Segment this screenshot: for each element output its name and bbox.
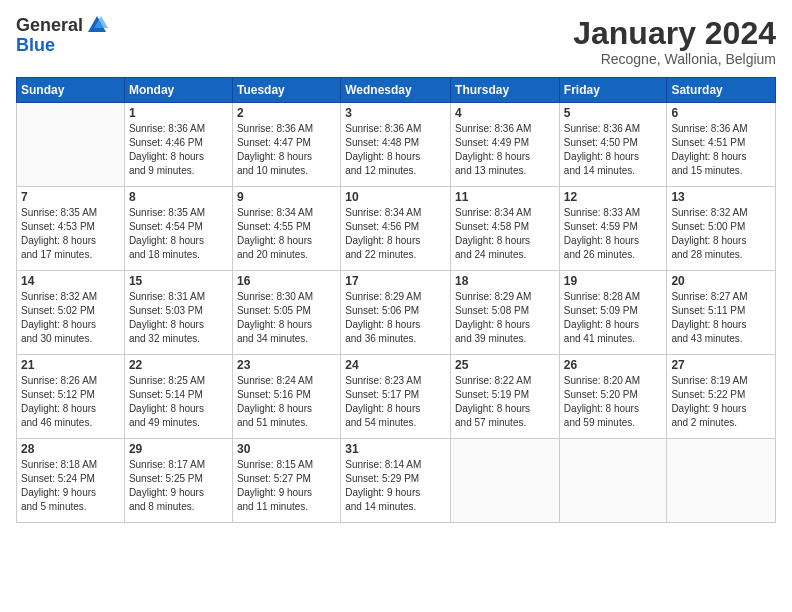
subtitle: Recogne, Wallonia, Belgium <box>573 51 776 67</box>
calendar-cell: 3Sunrise: 8:36 AM Sunset: 4:48 PM Daylig… <box>341 103 451 187</box>
calendar-cell: 8Sunrise: 8:35 AM Sunset: 4:54 PM Daylig… <box>124 187 232 271</box>
day-info: Sunrise: 8:36 AM Sunset: 4:48 PM Dayligh… <box>345 122 446 178</box>
calendar-cell: 21Sunrise: 8:26 AM Sunset: 5:12 PM Dayli… <box>17 355 125 439</box>
day-number: 10 <box>345 190 446 204</box>
calendar-cell: 18Sunrise: 8:29 AM Sunset: 5:08 PM Dayli… <box>451 271 560 355</box>
calendar-cell: 5Sunrise: 8:36 AM Sunset: 4:50 PM Daylig… <box>559 103 667 187</box>
calendar-table: SundayMondayTuesdayWednesdayThursdayFrid… <box>16 77 776 523</box>
day-info: Sunrise: 8:29 AM Sunset: 5:06 PM Dayligh… <box>345 290 446 346</box>
calendar-cell: 9Sunrise: 8:34 AM Sunset: 4:55 PM Daylig… <box>232 187 340 271</box>
day-info: Sunrise: 8:36 AM Sunset: 4:46 PM Dayligh… <box>129 122 228 178</box>
calendar-cell <box>451 439 560 523</box>
calendar-cell: 25Sunrise: 8:22 AM Sunset: 5:19 PM Dayli… <box>451 355 560 439</box>
day-info: Sunrise: 8:24 AM Sunset: 5:16 PM Dayligh… <box>237 374 336 430</box>
weekday-header-sunday: Sunday <box>17 78 125 103</box>
calendar-week-row: 1Sunrise: 8:36 AM Sunset: 4:46 PM Daylig… <box>17 103 776 187</box>
logo: General Blue <box>16 16 108 56</box>
day-info: Sunrise: 8:35 AM Sunset: 4:54 PM Dayligh… <box>129 206 228 262</box>
day-info: Sunrise: 8:22 AM Sunset: 5:19 PM Dayligh… <box>455 374 555 430</box>
day-number: 8 <box>129 190 228 204</box>
calendar-cell: 19Sunrise: 8:28 AM Sunset: 5:09 PM Dayli… <box>559 271 667 355</box>
logo-text: General Blue <box>16 16 108 56</box>
day-info: Sunrise: 8:35 AM Sunset: 4:53 PM Dayligh… <box>21 206 120 262</box>
day-number: 17 <box>345 274 446 288</box>
calendar-cell: 26Sunrise: 8:20 AM Sunset: 5:20 PM Dayli… <box>559 355 667 439</box>
calendar-cell: 16Sunrise: 8:30 AM Sunset: 5:05 PM Dayli… <box>232 271 340 355</box>
calendar-cell: 29Sunrise: 8:17 AM Sunset: 5:25 PM Dayli… <box>124 439 232 523</box>
calendar-cell: 24Sunrise: 8:23 AM Sunset: 5:17 PM Dayli… <box>341 355 451 439</box>
day-info: Sunrise: 8:28 AM Sunset: 5:09 PM Dayligh… <box>564 290 663 346</box>
day-number: 29 <box>129 442 228 456</box>
calendar-cell: 10Sunrise: 8:34 AM Sunset: 4:56 PM Dayli… <box>341 187 451 271</box>
calendar-week-row: 7Sunrise: 8:35 AM Sunset: 4:53 PM Daylig… <box>17 187 776 271</box>
day-info: Sunrise: 8:25 AM Sunset: 5:14 PM Dayligh… <box>129 374 228 430</box>
day-info: Sunrise: 8:18 AM Sunset: 5:24 PM Dayligh… <box>21 458 120 514</box>
day-number: 5 <box>564 106 663 120</box>
calendar-week-row: 28Sunrise: 8:18 AM Sunset: 5:24 PM Dayli… <box>17 439 776 523</box>
day-info: Sunrise: 8:15 AM Sunset: 5:27 PM Dayligh… <box>237 458 336 514</box>
calendar-cell: 22Sunrise: 8:25 AM Sunset: 5:14 PM Dayli… <box>124 355 232 439</box>
day-number: 1 <box>129 106 228 120</box>
day-number: 14 <box>21 274 120 288</box>
day-info: Sunrise: 8:36 AM Sunset: 4:50 PM Dayligh… <box>564 122 663 178</box>
day-number: 19 <box>564 274 663 288</box>
logo-blue: Blue <box>16 36 108 56</box>
day-number: 6 <box>671 106 771 120</box>
calendar-cell <box>559 439 667 523</box>
weekday-header-saturday: Saturday <box>667 78 776 103</box>
calendar-cell <box>667 439 776 523</box>
day-number: 25 <box>455 358 555 372</box>
day-info: Sunrise: 8:33 AM Sunset: 4:59 PM Dayligh… <box>564 206 663 262</box>
day-number: 21 <box>21 358 120 372</box>
day-info: Sunrise: 8:34 AM Sunset: 4:58 PM Dayligh… <box>455 206 555 262</box>
calendar-cell: 31Sunrise: 8:14 AM Sunset: 5:29 PM Dayli… <box>341 439 451 523</box>
month-title: January 2024 <box>573 16 776 51</box>
weekday-header-tuesday: Tuesday <box>232 78 340 103</box>
day-info: Sunrise: 8:34 AM Sunset: 4:55 PM Dayligh… <box>237 206 336 262</box>
day-number: 11 <box>455 190 555 204</box>
calendar-cell: 15Sunrise: 8:31 AM Sunset: 5:03 PM Dayli… <box>124 271 232 355</box>
calendar-cell: 6Sunrise: 8:36 AM Sunset: 4:51 PM Daylig… <box>667 103 776 187</box>
calendar-cell: 4Sunrise: 8:36 AM Sunset: 4:49 PM Daylig… <box>451 103 560 187</box>
calendar-cell: 7Sunrise: 8:35 AM Sunset: 4:53 PM Daylig… <box>17 187 125 271</box>
main-container: General Blue January 2024 Recogne, Wallo… <box>0 0 792 612</box>
day-number: 20 <box>671 274 771 288</box>
day-info: Sunrise: 8:36 AM Sunset: 4:49 PM Dayligh… <box>455 122 555 178</box>
day-number: 7 <box>21 190 120 204</box>
calendar-week-row: 21Sunrise: 8:26 AM Sunset: 5:12 PM Dayli… <box>17 355 776 439</box>
weekday-header-monday: Monday <box>124 78 232 103</box>
day-number: 26 <box>564 358 663 372</box>
day-info: Sunrise: 8:32 AM Sunset: 5:00 PM Dayligh… <box>671 206 771 262</box>
calendar-cell <box>17 103 125 187</box>
day-number: 4 <box>455 106 555 120</box>
calendar-cell: 30Sunrise: 8:15 AM Sunset: 5:27 PM Dayli… <box>232 439 340 523</box>
day-number: 13 <box>671 190 771 204</box>
calendar-cell: 1Sunrise: 8:36 AM Sunset: 4:46 PM Daylig… <box>124 103 232 187</box>
logo-general: General <box>16 16 83 36</box>
day-number: 22 <box>129 358 228 372</box>
title-section: January 2024 Recogne, Wallonia, Belgium <box>573 16 776 67</box>
day-info: Sunrise: 8:32 AM Sunset: 5:02 PM Dayligh… <box>21 290 120 346</box>
day-info: Sunrise: 8:17 AM Sunset: 5:25 PM Dayligh… <box>129 458 228 514</box>
day-number: 28 <box>21 442 120 456</box>
calendar-cell: 23Sunrise: 8:24 AM Sunset: 5:16 PM Dayli… <box>232 355 340 439</box>
day-number: 12 <box>564 190 663 204</box>
day-info: Sunrise: 8:30 AM Sunset: 5:05 PM Dayligh… <box>237 290 336 346</box>
calendar-cell: 20Sunrise: 8:27 AM Sunset: 5:11 PM Dayli… <box>667 271 776 355</box>
logo-icon <box>86 14 108 36</box>
day-number: 18 <box>455 274 555 288</box>
weekday-header-wednesday: Wednesday <box>341 78 451 103</box>
calendar-cell: 27Sunrise: 8:19 AM Sunset: 5:22 PM Dayli… <box>667 355 776 439</box>
day-number: 24 <box>345 358 446 372</box>
weekday-header-row: SundayMondayTuesdayWednesdayThursdayFrid… <box>17 78 776 103</box>
day-number: 9 <box>237 190 336 204</box>
day-info: Sunrise: 8:26 AM Sunset: 5:12 PM Dayligh… <box>21 374 120 430</box>
day-number: 31 <box>345 442 446 456</box>
day-number: 30 <box>237 442 336 456</box>
calendar-cell: 28Sunrise: 8:18 AM Sunset: 5:24 PM Dayli… <box>17 439 125 523</box>
day-info: Sunrise: 8:19 AM Sunset: 5:22 PM Dayligh… <box>671 374 771 430</box>
calendar-cell: 2Sunrise: 8:36 AM Sunset: 4:47 PM Daylig… <box>232 103 340 187</box>
day-number: 27 <box>671 358 771 372</box>
day-number: 23 <box>237 358 336 372</box>
day-info: Sunrise: 8:36 AM Sunset: 4:51 PM Dayligh… <box>671 122 771 178</box>
